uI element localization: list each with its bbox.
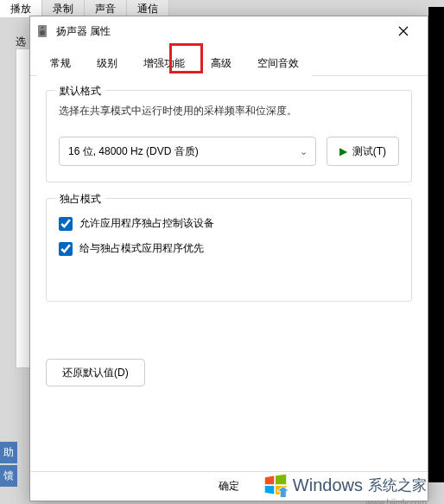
tab-advanced[interactable]: 高级 — [198, 50, 244, 76]
reset-defaults-button[interactable]: 还原默认值(D) — [46, 359, 145, 386]
background-tabs: 播放 录制 声音 通信 — [0, 0, 444, 17]
checkbox-row: 给与独占模式应用程序优先 — [59, 241, 399, 256]
watermark: Windows 系统之家 — [263, 473, 427, 497]
tab-content: 默认格式 选择在共享模式中运行时使用的采样频率和位深度。 16 位, 48000… — [30, 76, 428, 471]
ok-button[interactable]: 确定 — [219, 479, 239, 494]
test-button-label: 测试(T) — [352, 144, 386, 159]
titlebar: 扬声器 属性 — [30, 16, 428, 46]
speaker-icon — [37, 24, 51, 38]
close-button[interactable] — [386, 19, 421, 43]
watermark-brand: Windows — [293, 475, 363, 495]
background-bottom: 助 馈 — [0, 440, 17, 487]
tab-levels[interactable]: 级别 — [84, 50, 130, 76]
group-title: 独占模式 — [55, 192, 105, 207]
checkbox-row: 允许应用程序独占控制该设备 — [59, 216, 399, 231]
checkbox-label: 给与独占模式应用程序优先 — [79, 241, 204, 256]
bg-tab[interactable]: 播放 — [0, 0, 42, 17]
allow-exclusive-checkbox[interactable] — [59, 217, 73, 231]
tab-general[interactable]: 常规 — [37, 50, 84, 76]
close-icon — [398, 26, 409, 36]
tab-enhancements[interactable]: 增强功能 — [130, 50, 198, 76]
group-title: 默认格式 — [55, 84, 105, 99]
exclusive-mode-group: 独占模式 允许应用程序独占控制该设备 给与独占模式应用程序优先 — [46, 198, 412, 302]
test-button[interactable]: ▶ 测试(T) — [327, 137, 399, 166]
dialog-title: 扬声器 属性 — [56, 24, 386, 39]
watermark-url: www.bjjmlv.com — [366, 498, 427, 504]
format-select-wrap: 16 位, 48000 Hz (DVD 音质) ⌄ — [59, 137, 316, 166]
svg-marker-3 — [265, 476, 275, 485]
background-right-strip — [428, 7, 444, 482]
tabs-row: 常规 级别 增强功能 高级 空间音效 — [30, 46, 428, 76]
background-label: 选 — [16, 35, 26, 49]
bg-tab[interactable]: 录制 — [42, 0, 85, 17]
format-select[interactable]: 16 位, 48000 Hz (DVD 音质) — [59, 137, 316, 166]
svg-point-2 — [41, 27, 43, 29]
background-panel-edge — [16, 48, 29, 368]
bg-tab[interactable]: 声音 — [85, 0, 127, 17]
bg-tab[interactable]: 通信 — [127, 0, 169, 17]
default-format-group: 默认格式 选择在共享模式中运行时使用的采样频率和位深度。 16 位, 48000… — [46, 90, 412, 182]
group-description: 选择在共享模式中运行时使用的采样频率和位深度。 — [59, 103, 399, 119]
svg-point-1 — [40, 30, 45, 35]
tab-spatial[interactable]: 空间音效 — [244, 50, 312, 76]
speaker-properties-dialog: 扬声器 属性 常规 级别 增强功能 高级 空间音效 默认格式 选择在共享模式中运… — [29, 16, 428, 501]
windows-logo-icon — [263, 473, 288, 497]
watermark-cn: 系统之家 — [368, 475, 427, 495]
exclusive-priority-checkbox[interactable] — [59, 242, 73, 256]
play-icon: ▶ — [339, 145, 347, 157]
checkbox-label: 允许应用程序独占控制该设备 — [79, 216, 214, 231]
